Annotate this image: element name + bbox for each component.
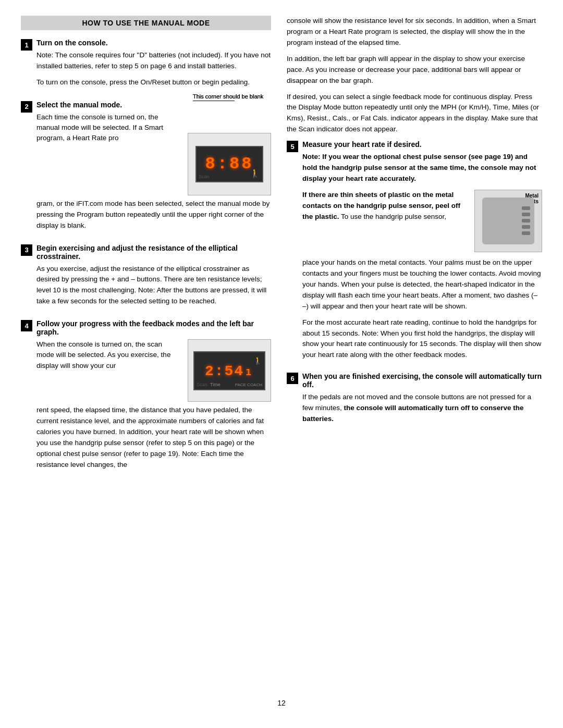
step-3-body: As you exercise, adjust the resistance o… [36,264,271,307]
step-1-para-1: Note: The console requires four "D" batt… [36,50,271,72]
step-2-content: Select the manual mode. Each time the co… [36,101,271,237]
step-2: 2 Select the manual mode. Each time the … [21,101,271,237]
step-5-note: Note: If you wear the optional chest pul… [302,152,542,184]
step-6-title: When you are finished exercising, the co… [302,372,542,389]
right-column: console will show the resistance level f… [287,16,542,688]
step-2-number: 2 [21,101,32,113]
step-1-content: Turn on the console. Note: The console r… [36,39,271,93]
step-1-title: Turn on the console. [36,39,271,47]
step-6: 6 When you are finished exercising, the … [287,372,542,430]
step-4-title-bold: Follow your progress with the feedback m… [36,319,254,336]
step-2-body-2: gram, or the iFIT.com mode has been sele… [36,199,271,231]
step-3-title: Begin exercising and adjust the resistan… [36,244,271,261]
contact-3 [522,219,530,223]
step-2-body: Each time the console is turned on, the … [36,113,163,142]
right-para-2: In addition, the left bar graph will app… [287,54,542,87]
step-6-content: When you are finished exercising, the co… [302,372,542,430]
console-display-2: 2:54₁ Scan Time PACE COACH 🚶 [188,339,271,402]
step-5-title: Measure your heart rate if desired. [302,140,542,149]
two-column-layout: HOW TO USE THE MANUAL MODE 1 Turn on the… [21,16,542,688]
blank-corner-box [247,148,261,157]
step-1-number: 1 [21,39,32,51]
step-3-number: 3 [21,244,32,256]
step-3: 3 Begin exercising and adjust the resist… [21,244,271,313]
step-5-number: 5 [287,141,298,152]
right-intro-para: console will show the resistance level f… [287,16,542,48]
step-4-with-image: When the con­sole is turned on, the scan… [36,339,271,402]
step-5-note-bold: Note: If you wear the optional chest pul… [302,153,536,182]
heart-rate-section: If there are thin sheets of plastic on t… [302,190,542,252]
contacts-group [522,206,530,235]
step-2-text: Each time the console is turned on, the … [36,112,181,195]
step-4-title: Follow your progress with the feedback m… [36,319,271,336]
step-5-body: place your hands on the metal contacts. … [302,257,542,312]
step-5: 5 Measure your heart rate if desired. No… [287,140,542,366]
pace-label: PACE COACH [235,382,262,387]
display-digits-1: 8:88 [205,154,254,174]
console-display-1: 8:88 Scan 🚶 [188,133,271,195]
person-icon-1: 🚶 [250,168,260,178]
step-6-body-bold: the console will automatically turn off … [302,404,524,423]
step-4-text: When the con­sole is turned on, the scan… [36,339,181,402]
display-screen-2: 2:54₁ Scan Time PACE COACH 🚶 [193,351,265,390]
person-icon-2: 🚶 [253,356,262,365]
right-para-3: If desired, you can select a single feed… [287,92,542,135]
contact-4 [522,225,530,229]
page-number: 12 [21,699,542,707]
step-4: 4 Follow your progress with the feedback… [21,319,271,476]
heart-rate-intro-rest: To use the handgrip pulse sensor, [341,213,446,220]
display-screen-1: 8:88 Scan 🚶 [195,146,263,182]
step-5-content: Measure your heart rate if desired. Note… [302,140,542,366]
step-6-title-bold: When you are finished exercising, the co… [302,372,542,389]
step-4-continued: rent speed, the elapsed time, the distan… [36,405,271,471]
page: HOW TO USE THE MANUAL MODE 1 Turn on the… [0,0,563,728]
step-6-body: If the pedals are not moved and the cons… [302,392,542,425]
corner-annotation-text: This corner should be blank [193,93,292,100]
annotation-line [193,101,235,101]
step-6-number: 6 [287,373,298,384]
time-label: Time [210,382,221,387]
step-3-title-bold: Begin exercising and adjust the resistan… [36,244,238,261]
scan-label-1: Scan [199,174,210,179]
step-2-with-image: Each time the console is turned on, the … [36,112,271,195]
step-3-content: Begin exercising and adjust the resistan… [36,244,271,313]
contact-1 [522,206,530,210]
step-1: 1 Turn on the console. Note: The console… [21,39,271,93]
step-2-title: Select the manual mode. [36,101,271,109]
section-header: HOW TO USE THE MANUAL MODE [21,16,271,30]
step-5-accurate: For the most accurate heart rate reading… [302,317,542,361]
left-column: HOW TO USE THE MANUAL MODE 1 Turn on the… [21,16,271,688]
sensor-graphic [482,198,534,244]
step-4-content: Follow your progress with the feedback m… [36,319,271,476]
step-1-para-2: To turn on the console, press the On/Res… [36,77,271,88]
contact-5 [522,231,530,235]
contact-2 [522,213,530,216]
heart-rate-intro: If there are thin sheets of plastic on t… [302,190,467,223]
scan-label-2: Scan [197,382,207,387]
sensor-image: Metal Contacts [474,190,542,252]
heart-rate-text: If there are thin sheets of plastic on t… [302,190,467,252]
step-4-number: 4 [21,320,32,331]
display-digits-2: 2:54₁ [205,362,254,379]
